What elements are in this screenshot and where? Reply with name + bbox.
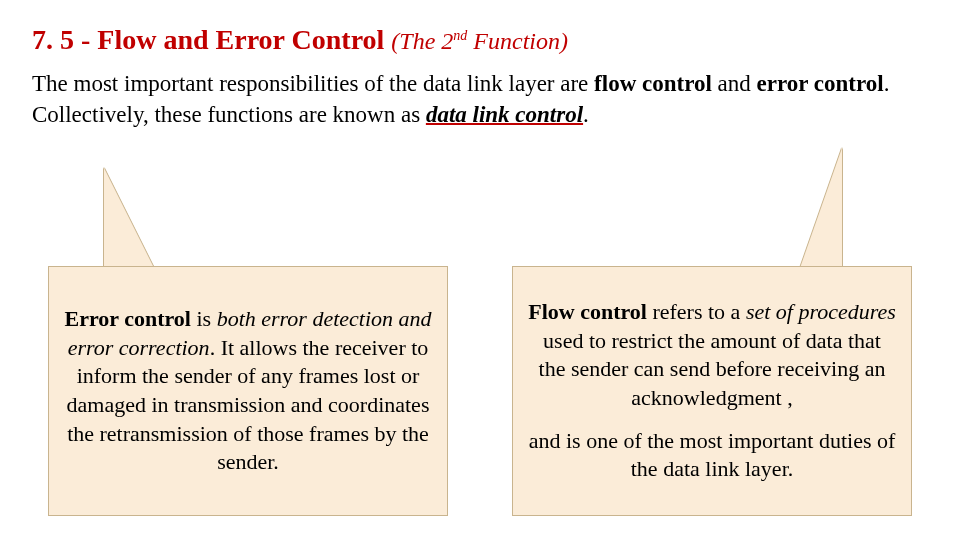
slide-title: 7. 5 - Flow and Error Control (The 2nd F… [32,24,928,56]
callouts-row: Error control is both error detection an… [0,266,960,516]
intro-text-4: . [583,102,589,127]
flow-t2: used to restrict the amount of data that… [539,328,886,410]
slide: 7. 5 - Flow and Error Control (The 2nd F… [0,0,960,540]
flow-bold: Flow control [528,299,647,324]
intro-text-1: The most important responsibilities of t… [32,71,594,96]
flow-t1: refers to a [647,299,746,324]
error-callout: Error control is both error detection an… [48,266,448,516]
error-text: Error control is both error detection an… [63,305,433,477]
flow-box: Flow control refers to a set of procedur… [512,266,912,516]
error-box: Error control is both error detection an… [48,266,448,516]
intro-bold-flow: flow control [594,71,712,96]
title-subtitle: (The 2nd Function) [391,28,568,54]
title-text: Flow and Error Control [97,24,384,55]
title-number: 7. 5 - [32,24,90,55]
subtitle-sup: nd [453,28,467,43]
intro-text-2: and [712,71,757,96]
flow-text-2: and is one of the most important duties … [527,427,897,484]
error-bold: Error control [64,306,190,331]
flow-text-1: Flow control refers to a set of procedur… [527,298,897,412]
intro-emphasis: data link control [426,102,583,127]
callout-pointer-icon [104,168,154,268]
intro-paragraph: The most important responsibilities of t… [32,68,928,130]
flow-callout: Flow control refers to a set of procedur… [512,266,912,516]
flow-italic: set of procedures [746,299,896,324]
subtitle-pre: (The 2 [391,28,453,54]
subtitle-post: Function) [467,28,568,54]
error-t1: is [191,306,217,331]
intro-bold-error: error control [757,71,884,96]
callout-pointer-icon [800,148,842,268]
